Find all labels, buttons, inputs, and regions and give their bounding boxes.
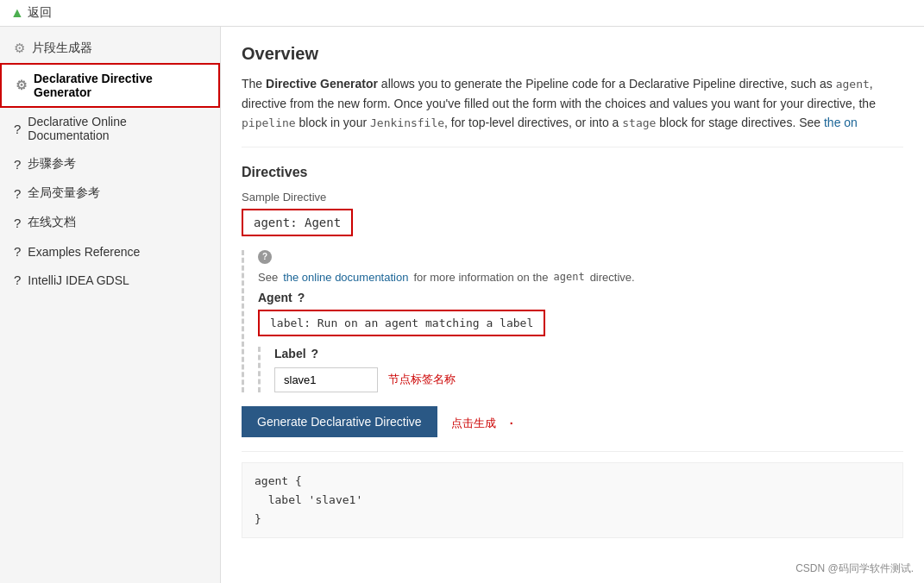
overview-paragraph: The Directive Generator allows you to ge… (242, 74, 903, 147)
sidebar-item-label: 全局变量参考 (28, 185, 100, 201)
question-icon: ? (14, 186, 21, 201)
sidebar-item-intellij-gdsl[interactable]: ? IntelliJ IDEA GDSL (0, 266, 220, 294)
label-title: Label (274, 347, 306, 360)
sidebar-item-steps-ref[interactable]: ? 步骤参考 (0, 149, 220, 179)
overview-bold: Directive Generator (266, 77, 378, 91)
question-icon: ? (14, 157, 21, 172)
help-text-1: See (258, 271, 278, 284)
agent-question-icon[interactable]: ? (298, 291, 305, 304)
back-label: 返回 (28, 5, 52, 21)
code-output: agent { label 'slave1' } (242, 462, 903, 538)
agent-label: Agent ? (258, 291, 903, 304)
sidebar-item-declarative-directive-generator[interactable]: ⚙ Declarative Directive Generator (0, 63, 220, 108)
sidebar-item-label: Declarative Directive Generator (34, 72, 204, 99)
help-row: ? (258, 250, 903, 264)
help-link[interactable]: the online documentation (283, 271, 408, 284)
overview-code2: pipeline (242, 116, 296, 129)
generate-dot: · (510, 417, 513, 430)
sidebar-item-declarative-online-docs[interactable]: ? Declarative Online Documentation (0, 108, 220, 149)
sidebar-item-label: 步骤参考 (28, 156, 76, 172)
layout: ⚙ 片段生成器 ⚙ Declarative Directive Generato… (0, 27, 924, 583)
main-content: Overview The Directive Generator allows … (221, 27, 924, 583)
overview-text-2: allows you to generate the Pipeline code… (378, 77, 836, 91)
help-text-3: directive. (590, 271, 635, 284)
overview-code3: Jenkinsfile (370, 116, 444, 129)
help-question-icon[interactable]: ? (258, 250, 272, 264)
sidebar-item-snippets[interactable]: ⚙ 片段生成器 (0, 34, 220, 63)
sidebar-item-label: Examples Reference (28, 245, 140, 259)
help-text-2: for more information on the (413, 271, 548, 284)
label-row: Label ? (274, 347, 903, 360)
question-icon: ? (14, 244, 21, 259)
sidebar-item-label: 在线文档 (28, 215, 76, 230)
overview-link[interactable]: the on (824, 116, 858, 129)
help-code: agent (554, 271, 585, 283)
agent-select[interactable]: label: Run on an agent matching a label (258, 310, 545, 336)
overview-text-1: The (242, 77, 266, 91)
generate-annotation: 点击生成 (451, 416, 496, 431)
overview-code1: agent (836, 78, 870, 91)
sidebar-item-label: Declarative Online Documentation (28, 115, 206, 142)
generate-btn-row: Generate Declarative Directive 点击生成 · (242, 406, 903, 441)
label-input[interactable] (274, 367, 378, 392)
help-text-row: See the online documentation for more in… (258, 271, 903, 284)
overview-text-5: , for top-level directives, or into a (444, 116, 622, 129)
back-arrow-icon: ▲ (10, 5, 24, 21)
divider (242, 451, 903, 452)
sidebar-item-online-docs[interactable]: ? 在线文档 (0, 208, 220, 237)
question-icon: ? (14, 216, 21, 230)
label-question-icon[interactable]: ? (311, 347, 319, 360)
overview-text-4: block in your (296, 116, 370, 129)
input-row: 节点标签名称 (274, 367, 903, 392)
label-annotation: 节点标签名称 (388, 372, 456, 387)
overview-code4: stage (622, 116, 656, 129)
sidebar-item-examples-ref[interactable]: ? Examples Reference (0, 237, 220, 266)
label-section: Label ? 节点标签名称 (258, 347, 903, 392)
sidebar-item-global-vars[interactable]: ? 全局变量参考 (0, 179, 220, 208)
gear-icon: ⚙ (16, 78, 27, 93)
question-icon: ? (14, 273, 21, 287)
sample-directive-value: agent: Agent (242, 209, 353, 236)
directives-title: Directives (242, 165, 903, 180)
gear-icon: ⚙ (14, 41, 25, 56)
sidebar: ⚙ 片段生成器 ⚙ Declarative Directive Generato… (0, 27, 221, 583)
sample-directive-label: Sample Directive (242, 191, 903, 204)
back-button[interactable]: ▲ 返回 (10, 5, 52, 21)
question-icon: ? (14, 122, 21, 136)
sidebar-item-label: 片段生成器 (32, 41, 92, 56)
top-bar: ▲ 返回 (0, 0, 924, 27)
sidebar-item-label: IntelliJ IDEA GDSL (28, 273, 129, 287)
overview-title: Overview (242, 44, 903, 64)
generate-button[interactable]: Generate Declarative Directive (242, 406, 437, 437)
directive-nested-section: ? See the online documentation for more … (242, 250, 903, 392)
overview-text-6: block for stage directives. See (656, 116, 824, 129)
watermark: CSDN @码同学软件测试. (795, 561, 914, 576)
